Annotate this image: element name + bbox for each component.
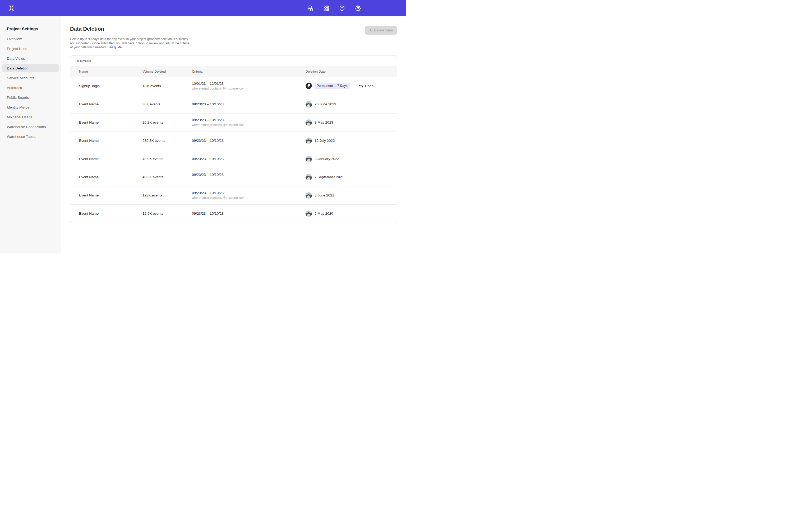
event-name: Event Name <box>79 120 143 124</box>
deletion-date-cell: 7 September 2021 <box>306 174 397 180</box>
sidebar-item-label: Data Deletion <box>7 66 29 70</box>
illustrated-avatar <box>306 82 312 89</box>
deletion-date: 3 January 2022 <box>314 157 339 161</box>
table-body: Signup_login10M events10/01/23 – 12/01/2… <box>70 77 397 223</box>
topbar-icon-group: ? <box>307 5 361 11</box>
sidebar-item-warehouse-tables[interactable]: Warehouse Tables <box>2 132 59 141</box>
undo-button[interactable]: Undo <box>359 84 373 88</box>
user-photo <box>306 119 312 126</box>
criteria-date-range: 10/01/23 – 12/01/23 <box>192 81 306 86</box>
user-avatar <box>306 137 312 144</box>
user-avatar <box>306 101 312 108</box>
table-row: Event Name239.3K events09/23/23 – 10/10/… <box>70 131 397 150</box>
column-header-volume-deleted: Volume Deleted <box>143 70 192 73</box>
sidebar-item-warehouse-connections[interactable]: Warehouse Connections <box>2 123 59 131</box>
criteria-date-range: 09/23/23 – 10/10/23 <box>192 138 306 143</box>
user-avatar-illustrated <box>306 82 312 89</box>
user-photo <box>306 211 312 217</box>
deletion-date-cell: 3 January 2022 <box>306 156 397 162</box>
event-name: Event Name <box>79 138 143 143</box>
criteria-filter: where email contains @mixpanel.com <box>192 196 306 200</box>
sidebar-item-project-users[interactable]: Project Users <box>2 45 59 53</box>
criteria-filter: where email contains @mixpanel.com <box>192 87 306 90</box>
mixpanel-logo[interactable]: X <box>7 4 15 12</box>
event-name: Event Name <box>79 175 143 179</box>
page-header: Data Deletion + Delete Data <box>70 26 397 35</box>
volume-deleted: 30K events <box>143 102 192 106</box>
event-name: Signup_login <box>79 84 143 88</box>
sidebar-item-label: Autotrack <box>7 86 22 90</box>
data-settings-icon[interactable] <box>307 5 313 11</box>
column-header-criteria: Criteria <box>192 70 306 73</box>
event-name: Event Name <box>79 193 143 197</box>
sidebar-item-label: Overview <box>7 37 22 41</box>
sidebar-item-data-views[interactable]: Data Views <box>2 54 59 63</box>
table-row: Event Name12.9K events09/23/23 – 10/10/2… <box>70 205 397 223</box>
volume-deleted: 20.2K events <box>143 120 192 124</box>
criteria-date-range: 09/23/23 – 10/10/23 <box>192 173 306 177</box>
undo-label: Undo <box>365 84 373 88</box>
criteria-date-range: 09/23/23 – 10/10/23 <box>192 118 306 122</box>
deletion-date-cell: 5 May 2020 <box>306 211 397 217</box>
topbar: X ? <box>0 0 406 16</box>
deletion-date-cell: 20 June 2023 <box>306 101 397 108</box>
criteria-cell: 10/01/23 – 12/01/23where email contains … <box>192 81 306 90</box>
sidebar-item-label: Warehouse Connections <box>7 125 46 129</box>
sidebar: Project Settings OverviewProject UsersDa… <box>0 16 61 253</box>
deletion-date-cell: Permanent in 7 DaysUndo <box>306 82 397 89</box>
criteria-filter: where email contains @mixpanel.com <box>192 123 306 127</box>
table-row: Event Name123K events09/23/23 – 10/10/23… <box>70 186 397 205</box>
volume-deleted: 48.3K events <box>143 175 192 179</box>
deletion-date: 12 July 2022 <box>314 138 335 143</box>
criteria-cell: 09/23/23 – 10/10/23 <box>192 173 306 181</box>
sidebar-item-mixpanel-usage[interactable]: Mixpanel Usage <box>2 113 59 121</box>
user-avatar <box>306 192 312 199</box>
user-avatar <box>306 119 312 126</box>
user-photo <box>306 101 312 108</box>
volume-deleted: 10M events <box>143 84 192 88</box>
criteria-filter <box>192 178 306 181</box>
plus-icon: + <box>369 28 372 33</box>
deletion-table-card: 5 Results Name Volume Deleted Criteria D… <box>70 55 397 223</box>
criteria-cell: 09/23/23 – 10/10/23 <box>192 157 306 161</box>
criteria-cell: 09/23/23 – 10/10/23 <box>192 138 306 143</box>
deletion-date: 20 June 2023 <box>314 102 336 106</box>
volume-deleted: 49.9K events <box>143 157 192 161</box>
sidebar-item-overview[interactable]: Overview <box>2 35 59 43</box>
column-header-deletion-date: Deletion Date <box>306 70 397 73</box>
criteria-date-range: 09/23/23 – 10/10/23 <box>192 102 306 106</box>
table-row: Event Name30K events09/23/23 – 10/10/232… <box>70 95 397 113</box>
criteria-date-range: 09/23/23 – 10/10/23 <box>192 191 306 195</box>
sidebar-item-label: Service Accounts <box>7 76 34 80</box>
sidebar-item-service-accounts[interactable]: Service Accounts <box>2 74 59 82</box>
criteria-date-range: 09/23/23 – 10/10/23 <box>192 212 306 216</box>
sidebar-item-label: Mixpanel Usage <box>7 115 33 119</box>
deletion-date-cell: 3 May 2023 <box>306 119 397 126</box>
page-description: Delete up to 90 days data for any event … <box>70 37 190 50</box>
sidebar-item-identity-merge[interactable]: Identity Merge <box>2 103 59 111</box>
sidebar-item-label: Project Users <box>7 47 28 51</box>
sidebar-item-public-boards[interactable]: Public Boards <box>2 94 59 102</box>
settings-icon[interactable] <box>355 5 361 11</box>
user-avatar <box>306 156 312 162</box>
main-content: Data Deletion + Delete Data Delete up to… <box>61 16 406 253</box>
sidebar-item-label: Data Views <box>7 57 25 60</box>
apps-grid-icon[interactable] <box>323 5 329 11</box>
page-title: Data Deletion <box>70 26 104 32</box>
permanent-status-badge: Permanent in 7 Days <box>314 83 350 89</box>
table-header-row: Name Volume Deleted Criteria Deletion Da… <box>70 66 397 77</box>
sidebar-item-label: Public Boards <box>7 96 29 100</box>
sidebar-item-data-deletion[interactable]: Data Deletion <box>2 64 59 72</box>
event-name: Event Name <box>79 212 143 216</box>
sidebar-item-autotrack[interactable]: Autotrack <box>2 84 59 92</box>
criteria-cell: 09/23/23 – 10/10/23where email contains … <box>192 191 306 200</box>
volume-deleted: 239.3K events <box>143 138 192 143</box>
results-count: 5 Results <box>70 56 397 66</box>
see-guide-link[interactable]: See guide <box>107 45 121 49</box>
volume-deleted: 123K events <box>143 193 192 197</box>
criteria-date-range: 09/23/23 – 10/10/23 <box>192 157 306 161</box>
event-name: Event Name <box>79 157 143 161</box>
delete-data-button[interactable]: + Delete Data <box>365 26 397 35</box>
description-text: Delete up to 90 days data for any event … <box>70 37 190 49</box>
help-icon[interactable]: ? <box>339 5 345 11</box>
